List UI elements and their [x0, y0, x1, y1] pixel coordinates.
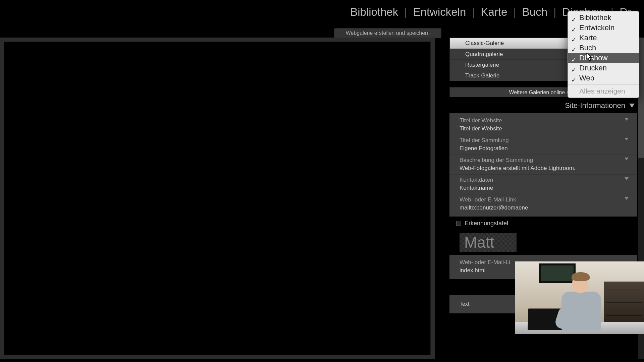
module-tab-bibliothek[interactable]: Bibliothek: [344, 6, 404, 18]
module-picker-menu: ✓ Bibliothek ✓ Entwickeln ✓ Karte ✓ Buch…: [568, 11, 639, 98]
field-label: Web- oder E-Mail-Link: [460, 196, 627, 203]
palette-text-label: Text: [460, 301, 469, 307]
field-contact[interactable]: Kontaktdaten Kontaktname: [449, 175, 637, 194]
dropdown-arrow-icon[interactable]: [625, 138, 629, 140]
menu-item-bibliothek[interactable]: ✓ Bibliothek: [568, 13, 639, 23]
dropdown-arrow-icon[interactable]: [625, 118, 629, 121]
menu-item-drucken[interactable]: ✓ Drucken: [568, 63, 639, 73]
module-separator: |: [472, 6, 475, 18]
menu-item-karte[interactable]: ✓ Karte: [568, 33, 639, 43]
module-separator: |: [553, 6, 556, 18]
menu-item-buch[interactable]: ✓ Buch: [568, 43, 639, 53]
identity-plate-checkbox[interactable]: [456, 221, 461, 226]
section-header-site-info[interactable]: Site-Informationen: [449, 97, 637, 113]
create-web-gallery-button[interactable]: Webgalerie erstellen und speichern: [334, 28, 441, 38]
field-collection-description[interactable]: Beschreibung der Sammlung Web-Fotogaleri…: [449, 155, 637, 175]
menu-item-label: Diashow: [579, 54, 607, 62]
field-value[interactable]: Kontaktname: [460, 185, 627, 191]
menu-item-diashow[interactable]: ✓ Diashow: [568, 53, 639, 63]
preview-area: [0, 38, 435, 359]
menu-item-label: Entwickeln: [579, 23, 614, 32]
identity-plate-preview[interactable]: Matt: [460, 233, 517, 252]
webcam-overlay: [515, 261, 644, 334]
field-value[interactable]: mailto:benutzer@domaene: [460, 204, 627, 211]
section-title: Site-Informationen: [565, 101, 625, 110]
menu-item-label: Buch: [579, 44, 596, 52]
preview-canvas: [4, 42, 431, 355]
dropdown-arrow-icon[interactable]: [625, 158, 629, 160]
menu-item-web[interactable]: ✓ Web: [568, 73, 639, 83]
field-collection-title[interactable]: Titel der Sammlung Eigene Fotografien: [449, 135, 637, 155]
field-label: Beschreibung der Sammlung: [460, 157, 627, 164]
check-icon: ✓: [571, 75, 576, 85]
identity-plate-row: Erkennungstafel: [449, 217, 637, 230]
dropdown-arrow-icon[interactable]: [625, 177, 629, 180]
module-tab-karte[interactable]: Karte: [475, 6, 514, 18]
menu-item-label: Karte: [579, 34, 597, 42]
menu-separator: [568, 84, 639, 85]
site-info-fields: Titel der Website Titel der Website Tite…: [449, 113, 637, 217]
module-tab-buch[interactable]: Buch: [516, 6, 553, 18]
disclosure-triangle-icon: [629, 104, 635, 108]
identity-plate-label: Erkennungstafel: [465, 220, 508, 227]
menu-item-label: Web: [579, 74, 594, 82]
field-site-title[interactable]: Titel der Website Titel der Website: [449, 115, 637, 135]
menu-item-label: Bibliothek: [579, 13, 611, 22]
menu-show-all[interactable]: Alles anzeigen: [568, 86, 639, 96]
identity-plate-preview-wrap: Matt: [449, 230, 637, 255]
field-web-email-link[interactable]: Web- oder E-Mail-Link mailto:benutzer@do…: [449, 194, 637, 214]
module-separator: |: [404, 6, 407, 18]
field-value[interactable]: Web-Fotogalerie erstellt mit Adobe Light…: [460, 165, 627, 172]
field-label: Kontaktdaten: [460, 177, 627, 183]
menu-item-entwickeln[interactable]: ✓ Entwickeln: [568, 23, 639, 33]
field-label: Titel der Website: [460, 117, 627, 124]
dropdown-arrow-icon[interactable]: [625, 197, 629, 200]
field-value[interactable]: Eigene Fotografien: [460, 145, 627, 152]
field-value[interactable]: Titel der Website: [460, 125, 627, 132]
menu-item-label: Drucken: [579, 64, 607, 72]
module-separator: |: [513, 6, 516, 18]
field-label: Titel der Sammlung: [460, 137, 627, 144]
module-tab-entwickeln[interactable]: Entwickeln: [407, 6, 472, 18]
